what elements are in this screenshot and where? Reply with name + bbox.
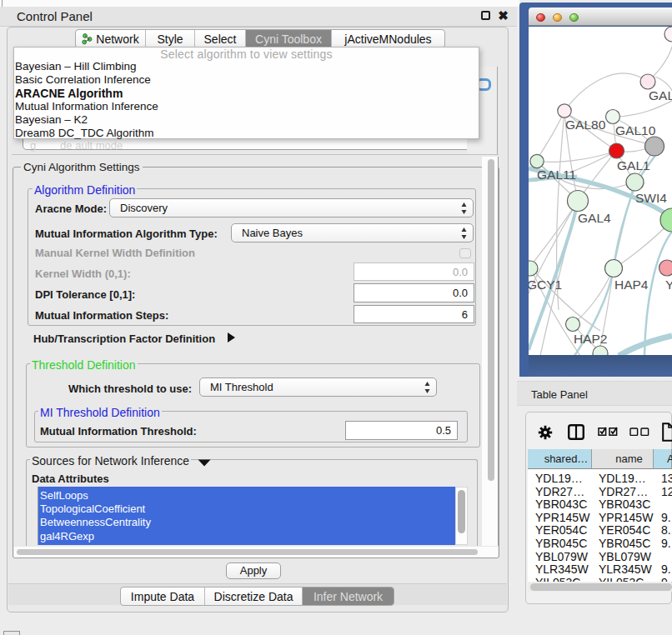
svg-text:GAL80: GAL80 <box>649 88 672 102</box>
svg-text:GAL10: GAL10 <box>615 123 656 138</box>
svg-text:Y: Y <box>665 278 672 292</box>
svg-text:GAL4: GAL4 <box>578 211 611 225</box>
svg-text:GAL11: GAL11 <box>537 168 576 182</box>
svg-text:GAL80: GAL80 <box>565 118 606 132</box>
svg-text:HAP4: HAP4 <box>614 278 649 292</box>
svg-text:HAP2: HAP2 <box>574 332 608 346</box>
svg-text:GCY1: GCY1 <box>529 278 562 292</box>
svg-text:GAL1: GAL1 <box>617 158 650 172</box>
svg-text:SWI4: SWI4 <box>635 191 667 205</box>
